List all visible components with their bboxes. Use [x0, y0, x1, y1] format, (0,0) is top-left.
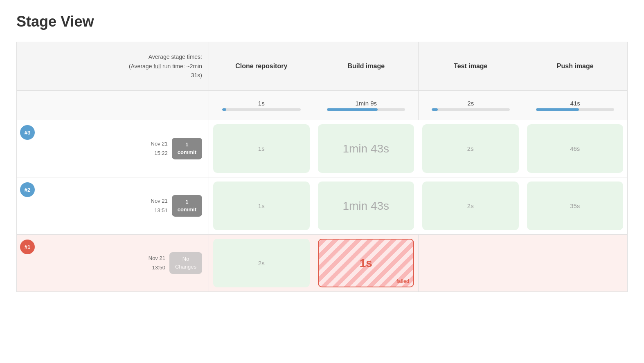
progress-test — [432, 108, 510, 111]
page-title: Stage View — [16, 13, 628, 30]
run-1-build-cell[interactable]: 1s failed — [318, 239, 414, 287]
run-2-commit[interactable]: 1commit — [172, 195, 202, 216]
avg-line1: Average stage times: — [149, 54, 202, 60]
left-column: Average stage times: (Average full run t… — [16, 42, 209, 292]
progress-fill-build — [327, 108, 378, 111]
stage-header-push: Push image — [523, 42, 628, 90]
avg-line3: run time: ~2min — [161, 63, 202, 69]
avg-times-row: 1s 1min 9s 2s 41s — [209, 91, 628, 120]
run-1-push-cell — [523, 235, 628, 291]
run-3-push-cell[interactable]: 46s — [527, 124, 624, 173]
progress-fill-push — [536, 108, 579, 111]
avg-info-header: Average stage times: (Average full run t… — [16, 42, 209, 91]
run-3-test-cell[interactable]: 2s — [422, 124, 519, 173]
run-3-date: Nov 21 15:22 — [151, 139, 168, 157]
run-badge-1[interactable]: #1 — [20, 240, 35, 254]
run-row-3: #3 Nov 21 15:22 1commit — [16, 120, 209, 177]
run-2-test-cell[interactable]: 2s — [422, 182, 519, 230]
avg-time-clone: 1s — [209, 91, 314, 120]
avg-text-block: Average stage times: (Average full run t… — [129, 52, 202, 80]
progress-clone — [222, 108, 301, 111]
run-1-date: Nov 21 13:50 — [149, 254, 165, 272]
right-column: Clone repository Build image Test image … — [209, 42, 628, 292]
run-2-build-cell[interactable]: 1min 43s — [318, 182, 414, 230]
run-2-push-cell[interactable]: 35s — [527, 182, 624, 230]
run-row-2: #2 Nov 21 13:51 1commit — [16, 177, 209, 235]
avg-underline: full — [153, 63, 161, 69]
run-3-commit[interactable]: 1commit — [172, 138, 202, 159]
run-3-stages-row: 1s 1min 43s 2s 46s — [209, 120, 628, 177]
progress-push — [536, 108, 614, 111]
run-badge-2[interactable]: #2 — [20, 182, 35, 197]
avg-times-left-spacer — [16, 91, 209, 120]
stage-header-test: Test image — [418, 42, 523, 90]
stage-view: Average stage times: (Average full run t… — [16, 42, 628, 292]
run-3-build-cell[interactable]: 1min 43s — [318, 124, 414, 173]
progress-fill-clone — [222, 108, 226, 111]
avg-time-build: 1min 9s — [314, 91, 419, 120]
run-row-1: #1 Nov 21 13:50 NoChanges — [16, 235, 209, 292]
failed-label: failed — [396, 278, 409, 284]
run-1-no-changes[interactable]: NoChanges — [169, 252, 202, 273]
avg-line4: 31s) — [191, 72, 202, 78]
stage-header-build: Build image — [314, 42, 419, 90]
run-2-clone-cell[interactable]: 1s — [213, 182, 310, 230]
avg-time-push: 41s — [523, 91, 628, 120]
run-2-stages-row: 1s 1min 43s 2s 35s — [209, 177, 628, 235]
progress-fill-test — [432, 108, 438, 111]
run-1-stages-row: 2s 1s failed — [209, 235, 628, 292]
progress-build — [327, 108, 405, 111]
run-1-clone-cell[interactable]: 2s — [213, 239, 310, 287]
stage-headers-row: Clone repository Build image Test image … — [209, 42, 628, 91]
avg-time-test: 2s — [418, 91, 523, 120]
avg-line2: (Average — [129, 63, 153, 69]
run-3-clone-cell[interactable]: 1s — [213, 124, 310, 173]
run-2-date: Nov 21 13:51 — [151, 197, 168, 215]
run-1-test-cell — [418, 235, 523, 291]
stage-header-clone: Clone repository — [209, 42, 314, 90]
run-badge-3[interactable]: #3 — [20, 125, 35, 140]
